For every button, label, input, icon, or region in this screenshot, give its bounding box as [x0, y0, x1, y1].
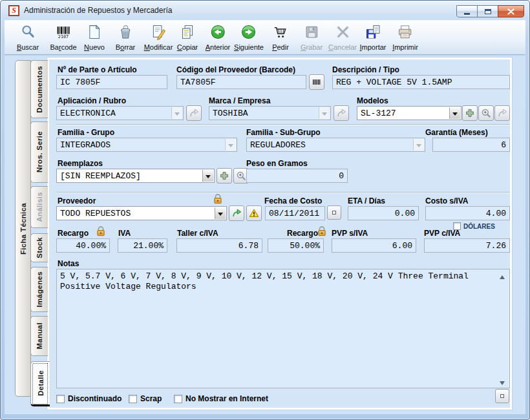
close-icon	[507, 8, 514, 15]
iva-label: IVA	[118, 229, 131, 238]
aplicacion-goto-button[interactable]	[186, 105, 202, 121]
recargo2-field[interactable]: 50.00%	[268, 238, 324, 253]
codigo-proveedor-field[interactable]: TA7805F	[176, 75, 306, 89]
pvp-civa-field[interactable]: 7.26	[424, 238, 510, 253]
buscar-button[interactable]: Buscar	[17, 24, 39, 51]
detail-popup-button[interactable]	[495, 389, 509, 403]
peso-label: Peso en Gramos	[246, 159, 308, 168]
costo-siva-field[interactable]: 4.00	[425, 206, 510, 220]
eta-field[interactable]: 0.00	[348, 206, 419, 220]
notas-label: Notas	[58, 259, 79, 268]
fecha-costo-label: Fecha de Costo	[264, 196, 322, 205]
scrap-label: Scrap	[140, 394, 162, 403]
garantia-field[interactable]: 6	[432, 138, 510, 152]
reemplazos-label: Reemplazos	[58, 159, 103, 168]
minimize-button[interactable]	[456, 5, 478, 17]
proveedor-refresh-button[interactable]	[229, 205, 244, 221]
barcode-scan-button[interactable]	[309, 74, 324, 90]
pvp-siva-field[interactable]: 6.00	[332, 238, 416, 253]
fecha-picker-button[interactable]	[327, 205, 341, 220]
importar-button[interactable]: Importar	[360, 24, 387, 51]
modelos-add-button[interactable]	[462, 105, 478, 121]
codigo-proveedor-label: Código del Proveedor (Barcode)	[176, 65, 295, 74]
familia-grupo-label: Familia - Grupo	[58, 128, 114, 137]
tab-stock[interactable]: Stock	[30, 233, 48, 262]
dolares-checkbox[interactable]	[453, 222, 461, 230]
modelos-combo[interactable]: SL-3127	[357, 106, 461, 120]
scroll-down-icon[interactable]	[500, 381, 505, 388]
barcode-button[interactable]: 2107 Barcode	[50, 24, 77, 51]
modelos-label: Modelos	[357, 96, 388, 105]
minimize-icon	[464, 13, 470, 15]
goto-arrow-icon	[189, 108, 199, 118]
siguiente-button[interactable]: Siguiente	[234, 24, 264, 51]
proveedor-combo[interactable]: TODO REPUESTOS	[56, 206, 227, 220]
recargo2-label: Recargo	[287, 229, 318, 238]
maximize-button[interactable]	[477, 5, 498, 17]
copiar-button[interactable]: Copiar	[177, 24, 198, 51]
familia-grupo-dropdown-button	[225, 139, 236, 151]
reemplazos-add-button[interactable]	[217, 168, 232, 184]
modelos-goto-button[interactable]	[494, 105, 510, 121]
proveedor-warning-button[interactable]	[246, 205, 262, 221]
tab-nros-serie[interactable]: Nros. Serie	[30, 121, 48, 183]
descripcion-field[interactable]: REG + VOLTAGE 5V 1.5AMP	[332, 75, 510, 89]
parte-label: Nº de Parte o Artículo	[58, 65, 137, 74]
taller-field[interactable]: 6.78	[176, 238, 262, 253]
app-icon: S	[8, 5, 19, 16]
recargo1-field[interactable]: 40.00%	[56, 238, 110, 253]
edit-icon	[150, 24, 166, 43]
tab-analisis: Análisis	[30, 186, 48, 228]
picker-square-icon	[332, 211, 336, 215]
marca-combo[interactable]: TOSHIBA	[209, 106, 331, 120]
marca-goto-button[interactable]	[334, 105, 349, 121]
dolares-label: DÓLARES	[463, 223, 495, 230]
separator	[56, 192, 510, 193]
marca-dropdown-button	[319, 107, 330, 119]
tab-manual[interactable]: Manual	[30, 316, 48, 356]
scrap-checkbox[interactable]	[129, 395, 137, 403]
app-window: S Administración de Repuestos y Mercader…	[0, 0, 530, 420]
scroll-up-icon[interactable]	[500, 273, 505, 279]
familia-subgrupo-combo[interactable]: REGULADORES	[246, 138, 425, 152]
aplicacion-dropdown-button	[171, 107, 182, 119]
modelos-dropdown-button[interactable]	[449, 107, 460, 119]
proveedor-dropdown-button[interactable]	[215, 207, 226, 219]
tab-imagenes[interactable]: Imágenes	[30, 267, 48, 312]
parte-field[interactable]: IC 7805F	[56, 75, 167, 89]
aplicacion-combo[interactable]: ELECTRONICA	[56, 106, 184, 120]
toolbar: Buscar 2107 Barcode Nuevo Borrar Modific…	[5, 20, 525, 55]
recargo1-lock-icon	[95, 226, 107, 236]
familia-subgrupo-dropdown-button	[413, 139, 424, 151]
nuevo-button[interactable]: Nuevo	[84, 24, 105, 51]
iva-field[interactable]: 21.00%	[118, 238, 167, 253]
notas-textarea[interactable]: 5 V, 5.7 V, 6 V, 7 V, 8 V, 9 V, 10 V, 12…	[56, 269, 510, 388]
goto-arrow-icon	[336, 108, 346, 118]
tab-documentos[interactable]: Documentos	[30, 60, 48, 118]
grabar-button: Grabar	[301, 24, 323, 51]
tab-ficha-tecnica[interactable]: Ficha Técnica	[15, 60, 31, 397]
save-icon	[304, 24, 320, 43]
costo-siva-label: Costo s/IVA	[425, 196, 468, 205]
anterior-button[interactable]: Anterior	[206, 24, 231, 51]
modelos-search-button[interactable]	[478, 105, 494, 121]
discontinuado-label: Discontinuado	[68, 394, 122, 403]
borrar-button[interactable]: Borrar	[116, 24, 136, 51]
familia-grupo-combo[interactable]: INTEGRADOS	[56, 138, 237, 152]
peso-field[interactable]: 0	[246, 169, 348, 183]
modificar-button[interactable]: Modificar	[144, 24, 173, 51]
close-button[interactable]	[498, 5, 524, 17]
pedir-button[interactable]: Pedir	[272, 24, 289, 51]
tab-detalle[interactable]: Detalle	[30, 361, 50, 406]
copy-icon	[179, 24, 195, 43]
pvp-siva-label: PVP s/IVA	[332, 229, 368, 238]
fecha-costo-field[interactable]: 08/11/2011	[265, 206, 325, 220]
taller-label: Taller c/IVA	[177, 229, 218, 238]
discontinuado-checkbox[interactable]	[56, 395, 65, 403]
next-icon	[240, 24, 257, 43]
imprimir-button[interactable]: Imprimir	[392, 24, 418, 51]
no-internet-checkbox[interactable]	[174, 395, 182, 403]
reemplazos-dropdown-button[interactable]	[202, 170, 213, 182]
reemplazos-combo[interactable]: [SIN REEMPLAZOS]	[56, 169, 215, 183]
zoom-plus-icon	[481, 108, 491, 118]
